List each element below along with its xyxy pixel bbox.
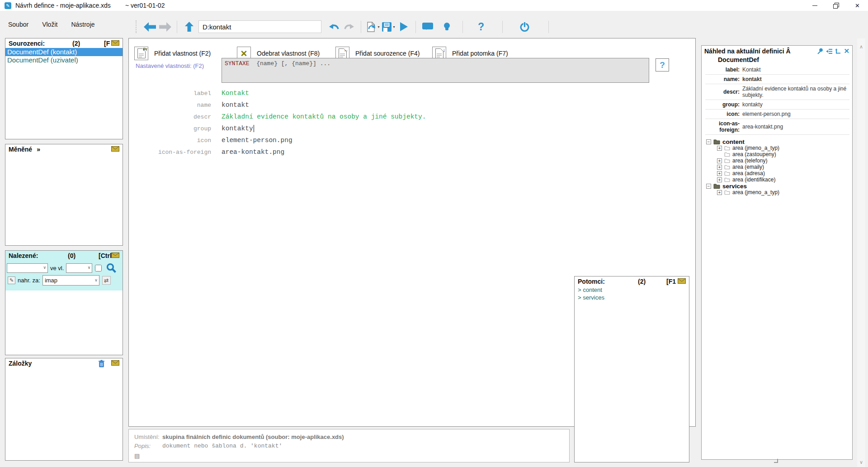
envelope-icon[interactable] xyxy=(111,360,119,366)
property-value[interactable]: element-person.png xyxy=(222,137,292,144)
tree-view-button[interactable] xyxy=(835,48,841,54)
expand-icon[interactable]: + xyxy=(717,146,722,151)
redo-button[interactable] xyxy=(341,20,357,33)
pin-button[interactable] xyxy=(817,48,823,54)
back-arrow-icon xyxy=(144,22,156,32)
child-link[interactable]: > services xyxy=(575,294,689,301)
search-option-checkbox[interactable] xyxy=(95,265,102,272)
printer-icon[interactable]: ▤ xyxy=(134,453,140,459)
tree-node-area[interactable]: + area (jmeno_a_typ) xyxy=(717,145,852,151)
trash-icon xyxy=(98,360,105,367)
menu-vlozit[interactable]: Vložit xyxy=(42,21,57,28)
menu-nastroje[interactable]: Nástroje xyxy=(71,21,94,28)
expand-icon[interactable]: + xyxy=(717,171,722,176)
tree-node-content[interactable]: − content xyxy=(706,138,852,145)
search-term-combo[interactable]: ∨ xyxy=(7,263,48,273)
expand-icon[interactable]: + xyxy=(717,190,722,195)
collapse-icon[interactable]: − xyxy=(706,139,711,144)
toolbar-separator xyxy=(415,21,416,33)
menu-bar: Soubor Vložit Nástroje xyxy=(8,21,95,28)
scroll-down-icon[interactable]: ∨ xyxy=(857,459,865,465)
folder-icon xyxy=(713,139,720,144)
property-value[interactable]: Základní evidence kontaktů na osoby a ji… xyxy=(222,113,426,120)
syntax-keyword: SYNTAXE xyxy=(225,60,250,67)
close-button[interactable]: ✕ xyxy=(847,0,868,11)
search-button[interactable] xyxy=(106,263,117,273)
left-arrow-overlay: ← xyxy=(344,47,349,52)
save-dropdown-caret[interactable]: ▾ xyxy=(393,25,395,29)
document-add-property-icon: Pr xyxy=(134,47,148,60)
restore-button[interactable] xyxy=(826,0,847,11)
hint-button[interactable] xyxy=(439,20,454,33)
preview-properties-table: label: Kontakt name: kontakt descr: Zákl… xyxy=(705,65,849,135)
collapse-icon[interactable]: − xyxy=(706,184,711,189)
forward-button[interactable] xyxy=(157,20,173,33)
property-filter-combo[interactable]: ∨ xyxy=(66,263,92,273)
close-preview-button[interactable]: ✕ xyxy=(844,48,849,54)
property-key: label xyxy=(129,90,211,97)
pr-overlay-glyph: Pr xyxy=(143,47,147,52)
help-button[interactable]: ? xyxy=(473,20,489,33)
comment-button[interactable] xyxy=(420,20,435,33)
property-value[interactable]: Kontakt xyxy=(222,90,249,97)
run-button[interactable] xyxy=(396,20,411,33)
expander-chevrons[interactable]: » xyxy=(37,146,40,153)
envelope-icon[interactable] xyxy=(111,40,119,46)
envelope-icon[interactable] xyxy=(111,253,119,258)
text-cursor xyxy=(254,125,254,132)
export-button[interactable]: ▾ xyxy=(365,20,381,33)
menu-soubor[interactable]: Soubor xyxy=(8,21,28,28)
preview-row: descr: Základní evidence kontaktů na oso… xyxy=(705,84,849,100)
close-icon: ✕ xyxy=(855,2,860,9)
go-up-button[interactable] xyxy=(181,20,197,33)
tree-node-area[interactable]: + area (emaily) xyxy=(717,164,852,170)
pushpin-icon xyxy=(817,48,823,54)
save-button[interactable]: ▾ xyxy=(381,20,396,33)
preview-header: Náhled na aktuální definici Â xyxy=(702,46,852,56)
save-floppy-icon xyxy=(382,22,392,32)
list-item[interactable]: DocumentDef (kontakt) xyxy=(5,48,123,56)
back-button[interactable] xyxy=(142,20,157,33)
expand-icon[interactable]: + xyxy=(717,158,722,163)
expand-icon[interactable]: + xyxy=(717,165,722,170)
tree-node-area[interactable]: area (zastoupeny) xyxy=(717,151,852,157)
tree-node-area[interactable]: + area (identifikace) xyxy=(717,176,852,183)
list-view-button[interactable] xyxy=(826,48,832,54)
window-scrollbar[interactable]: ∧ ∨ xyxy=(857,38,865,467)
power-button[interactable] xyxy=(517,20,532,33)
property-value[interactable]: kontakty xyxy=(222,125,253,132)
toolbar-separator xyxy=(548,21,549,33)
replace-value-combo[interactable]: imap ∨ xyxy=(42,275,99,286)
child-link[interactable]: > content xyxy=(575,286,689,294)
list-item[interactable]: DocumentDef (uzivatel) xyxy=(5,56,123,64)
undo-button[interactable] xyxy=(326,20,341,33)
panel-resize-grip[interactable] xyxy=(774,459,778,463)
envelope-icon[interactable] xyxy=(678,278,686,284)
tree-node-area[interactable]: + area (adresa) xyxy=(717,170,852,176)
pencil-icon: ✎ xyxy=(9,277,14,283)
folder-outline-icon xyxy=(724,190,730,195)
scroll-up-icon[interactable]: ∧ xyxy=(857,44,865,50)
delete-bookmark-button[interactable] xyxy=(98,360,105,367)
syntax-help-button[interactable]: ? xyxy=(656,58,669,71)
property-value[interactable]: kontakt xyxy=(222,101,249,109)
address-input[interactable] xyxy=(198,20,321,33)
toolbar-drag-handle[interactable] xyxy=(136,20,137,33)
edit-button[interactable]: ✎ xyxy=(8,276,15,284)
export-dropdown-caret[interactable]: ▾ xyxy=(377,25,379,29)
tree-node-services[interactable]: − services xyxy=(706,183,852,189)
envelope-icon[interactable] xyxy=(111,146,119,152)
expand-icon[interactable]: + xyxy=(717,177,722,182)
add-property-button[interactable]: Pr Přidat vlastnost (F2) xyxy=(134,46,211,61)
tree-node-area[interactable]: + area (jmeno_a_typ) xyxy=(717,189,852,195)
panel-menene-header: Měněné » xyxy=(5,144,123,154)
preview-key: label: xyxy=(705,67,742,73)
preview-row: label: Kontakt xyxy=(705,65,849,75)
tree-node-area[interactable]: + area (telefony) xyxy=(717,157,852,164)
preview-row: group: kontakty xyxy=(705,100,849,110)
minimize-button[interactable] xyxy=(804,0,826,11)
toolbar-separator xyxy=(502,21,503,33)
property-row: icon element-person.png xyxy=(129,134,536,146)
refresh-button[interactable]: ⇄ xyxy=(102,276,111,285)
property-value[interactable]: area-kontakt.png xyxy=(222,148,284,156)
